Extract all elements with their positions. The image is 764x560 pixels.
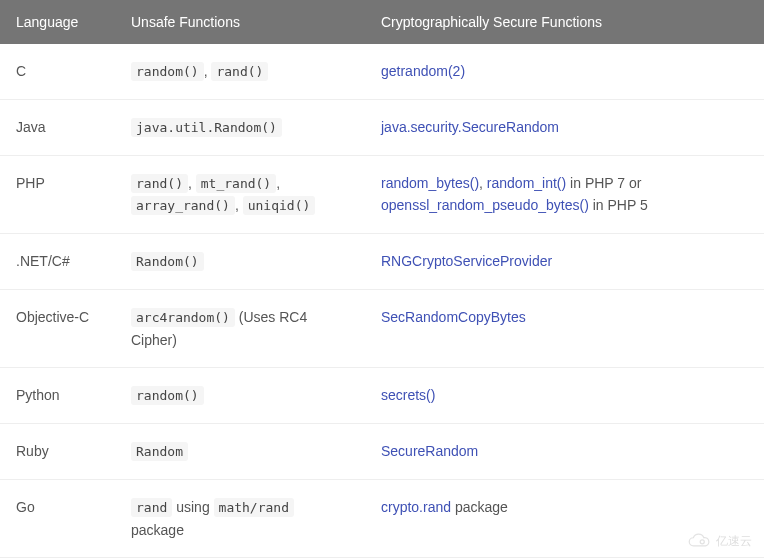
- secure-cell: SecRandomCopyBytes: [365, 289, 764, 367]
- lang-cell: Java: [0, 99, 115, 155]
- secure-cell: random_bytes(), random_int() in PHP 7 or…: [365, 155, 764, 234]
- code-snippet: arc4random(): [131, 308, 235, 327]
- code-snippet: array_rand(): [131, 196, 235, 215]
- text: package: [131, 522, 184, 538]
- secure-cell: RNGCryptoServiceProvider: [365, 234, 764, 290]
- lang-cell: .NET/C#: [0, 234, 115, 290]
- text: package: [451, 499, 508, 515]
- header-language: Language: [0, 0, 115, 44]
- table-row: .NET/C# Random() RNGCryptoServiceProvide…: [0, 234, 764, 290]
- secure-link[interactable]: RNGCryptoServiceProvider: [381, 253, 552, 269]
- lang-cell: C: [0, 44, 115, 99]
- code-snippet: rand(): [211, 62, 268, 81]
- secure-cell: SecureRandom: [365, 423, 764, 479]
- code-snippet: Random(): [131, 252, 204, 271]
- unsafe-cell: Random(): [115, 234, 365, 290]
- separator: ,: [479, 175, 487, 191]
- unsafe-cell: java.util.Random(): [115, 99, 365, 155]
- code-snippet: mt_rand(): [196, 174, 276, 193]
- lang-cell: Objective-C: [0, 289, 115, 367]
- unsafe-cell: rand using math/rand package: [115, 479, 365, 557]
- secure-link[interactable]: random_int(): [487, 175, 566, 191]
- secure-link[interactable]: SecureRandom: [381, 443, 478, 459]
- code-snippet: random(): [131, 386, 204, 405]
- code-snippet: java.util.Random(): [131, 118, 282, 137]
- secure-link[interactable]: crypto.rand: [381, 499, 451, 515]
- code-snippet: math/rand: [214, 498, 294, 517]
- table-header: Language Unsafe Functions Cryptographica…: [0, 0, 764, 44]
- lang-cell: Go: [0, 479, 115, 557]
- secure-cell: getrandom(2): [365, 44, 764, 99]
- secure-cell: java.security.SecureRandom: [365, 99, 764, 155]
- secure-link[interactable]: getrandom(2): [381, 63, 465, 79]
- table-row: Python random() secrets(): [0, 368, 764, 424]
- header-secure: Cryptographically Secure Functions: [365, 0, 764, 44]
- text: in PHP 7 or: [566, 175, 641, 191]
- secure-link[interactable]: SecRandomCopyBytes: [381, 309, 526, 325]
- text: using: [172, 499, 213, 515]
- secure-cell: secrets(): [365, 368, 764, 424]
- table-row: Java java.util.Random() java.security.Se…: [0, 99, 764, 155]
- table-row: PHP rand(), mt_rand(), array_rand(), uni…: [0, 155, 764, 234]
- secure-random-table: Language Unsafe Functions Cryptographica…: [0, 0, 764, 560]
- separator: ,: [276, 175, 280, 191]
- unsafe-cell: rand(), mt_rand(), array_rand(), uniqid(…: [115, 155, 365, 234]
- separator: ,: [235, 197, 243, 213]
- secure-link[interactable]: random_bytes(): [381, 175, 479, 191]
- code-snippet: random(): [131, 62, 204, 81]
- secure-cell: crypto.rand package: [365, 479, 764, 557]
- secure-link[interactable]: java.security.SecureRandom: [381, 119, 559, 135]
- unsafe-cell: Random: [115, 423, 365, 479]
- text: in PHP 5: [589, 197, 648, 213]
- table-row: Go rand using math/rand package crypto.r…: [0, 479, 764, 557]
- lang-cell: Python: [0, 368, 115, 424]
- unsafe-cell: random(), rand(): [115, 44, 365, 99]
- separator: ,: [188, 175, 196, 191]
- unsafe-cell: arc4random() (Uses RC4 Cipher): [115, 289, 365, 367]
- unsafe-cell: random(): [115, 368, 365, 424]
- table-row: C random(), rand() getrandom(2): [0, 44, 764, 99]
- secure-link[interactable]: openssl_random_pseudo_bytes(): [381, 197, 589, 213]
- table-row: Objective-C arc4random() (Uses RC4 Ciphe…: [0, 289, 764, 367]
- lang-cell: Ruby: [0, 423, 115, 479]
- code-snippet: uniqid(): [243, 196, 316, 215]
- code-snippet: rand: [131, 498, 172, 517]
- secure-link[interactable]: secrets(): [381, 387, 435, 403]
- lang-cell: PHP: [0, 155, 115, 234]
- table-row: Ruby Random SecureRandom: [0, 423, 764, 479]
- header-unsafe: Unsafe Functions: [115, 0, 365, 44]
- code-snippet: Random: [131, 442, 188, 461]
- code-snippet: rand(): [131, 174, 188, 193]
